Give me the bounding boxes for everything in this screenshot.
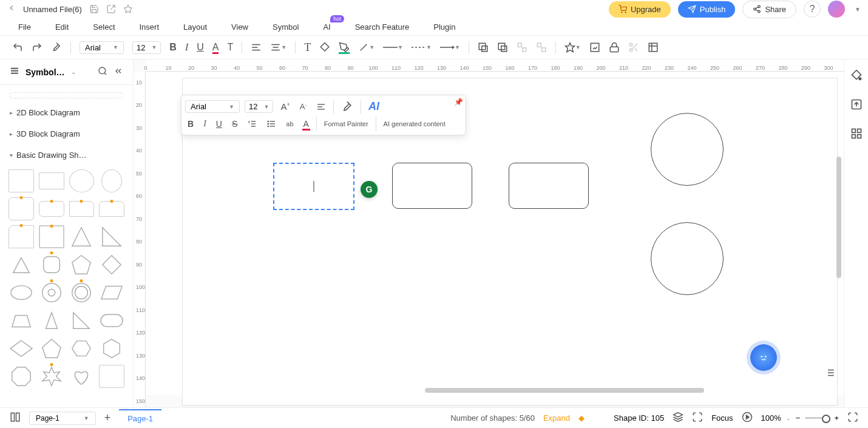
behind-text-button[interactable] [478,42,489,53]
menu-symbol[interactable]: Symbol [273,22,299,32]
pin-icon[interactable]: 📌 [454,98,463,106]
float-align-button[interactable] [314,101,328,113]
decrease-font-button[interactable]: A- [297,101,309,112]
shape-pentagon-round[interactable] [39,253,64,276]
shape-hexagon[interactable] [69,337,95,360]
grammarly-badge[interactable]: G [361,181,378,198]
float-bold-button[interactable]: B [185,118,196,130]
shape-donut[interactable] [39,281,64,304]
menu-file[interactable]: File [18,22,31,32]
search-icon[interactable] [98,66,107,78]
share-button[interactable]: Share [742,1,796,18]
shape-single-round[interactable] [69,201,95,217]
menu-search[interactable]: Search Feature [355,22,410,32]
canvas-shape-circle1[interactable] [651,113,724,186]
pages-panel-icon[interactable] [10,412,21,424]
export-icon[interactable] [106,4,116,14]
table-button[interactable] [648,42,659,53]
float-font-color-button[interactable]: A [301,118,311,130]
shape-right-triangle2[interactable] [69,309,95,332]
menu-layout[interactable]: Layout [183,22,207,32]
zoom-out-button[interactable]: − [796,413,801,423]
undo-button[interactable] [12,42,23,53]
zoom-in-button[interactable]: + [834,413,839,423]
redo-button[interactable] [32,42,42,53]
shape-octagon[interactable] [8,365,34,388]
highlight-button[interactable]: T [227,42,233,53]
shape-ellipse[interactable] [8,281,34,304]
canvas-shape-rect2[interactable] [509,163,589,209]
font-size-select[interactable]: 12 ▼ [132,41,161,54]
italic-button[interactable]: I [185,42,188,53]
library-menu-caret[interactable]: ⌄ [71,69,76,75]
shape-rectangle[interactable] [39,172,64,189]
shape-rounded-rect[interactable] [39,201,64,217]
shape-star-burst[interactable] [39,365,64,388]
shape-triangle-narrow[interactable] [39,309,64,332]
vertical-align-button[interactable]: ▼ [270,42,287,53]
sidebar-section-2d-block[interactable]: ▸ 2D Block Diagram [0,102,133,123]
menu-plugin[interactable]: Plugin [433,22,455,32]
fill-panel-icon[interactable] [850,69,863,84]
expand-link[interactable]: Expand [543,413,570,423]
menu-edit[interactable]: Edit [55,22,69,32]
shape-diamond-wide[interactable] [8,337,34,360]
zoom-slider[interactable] [805,417,829,419]
shape-document[interactable] [99,365,124,388]
shape-pill[interactable] [99,309,124,332]
shape-double-circle[interactable] [69,281,95,304]
add-page-button[interactable]: + [104,412,111,424]
line-tool-button[interactable]: ▼ [358,42,375,53]
canvas[interactable]: G 📌 Arial ▼ 12 ▼ [146,72,844,395]
shape-top-round[interactable] [99,201,124,217]
float-strikethrough-button[interactable]: S [229,118,240,130]
grid-panel-icon[interactable] [850,127,863,142]
arrow-style-button[interactable]: ▼ [440,44,460,50]
shape-triangle[interactable] [69,225,95,248]
shape-pentagon2[interactable] [39,337,64,360]
menu-ai[interactable]: AI hot [323,22,330,32]
underline-button[interactable]: U [197,42,204,53]
float-format-painter[interactable] [339,100,356,114]
float-ai-button[interactable]: AI [366,99,382,114]
shape-ellipse-v[interactable] [101,169,122,192]
font-color-button[interactable]: A [212,42,219,53]
format-painter-button[interactable] [51,42,62,53]
float-ordered-list-button[interactable] [245,118,259,130]
focus-mode-icon[interactable] [692,412,703,424]
align-button[interactable] [251,42,262,53]
fill-button[interactable] [319,42,330,53]
canvas-scrollbar-vertical[interactable] [836,157,841,278]
sidebar-section-3d-block[interactable]: ▸ 3D Block Diagram [0,123,133,144]
avatar-menu-caret[interactable]: ▼ [855,6,861,13]
float-size-select[interactable]: 12 ▼ [245,100,273,113]
fullscreen-icon[interactable] [847,412,858,424]
menu-select[interactable]: Select [93,22,115,32]
dash-style-button[interactable]: ▼ [412,44,432,50]
sidebar-section-basic-shapes[interactable]: ▾ Basic Drawing Sh… [0,144,133,166]
shape-parallelogram[interactable] [99,281,124,304]
layers-icon[interactable] [673,412,683,424]
canvas-scrollbar-horizontal[interactable] [425,388,704,393]
lock-button[interactable] [609,42,620,53]
menu-insert[interactable]: Insert [140,22,160,32]
caret-down-icon[interactable]: ⌄ [786,415,791,421]
increase-font-button[interactable]: A+ [278,100,292,113]
shape-corner-round[interactable] [8,225,34,248]
front-text-button[interactable] [497,42,508,53]
chat-assistant-button[interactable] [750,344,777,371]
float-bullet-list-button[interactable] [264,118,279,130]
shape-frame[interactable] [39,225,64,248]
shape-heart[interactable] [69,365,95,388]
collapse-sidebar-icon[interactable] [114,66,123,78]
edit-shape-button[interactable] [589,42,600,53]
font-select[interactable]: Arial ▼ [80,41,124,54]
shape-selected-rect[interactable] [273,163,354,210]
line-style-button[interactable]: ▼ [383,44,403,50]
shape-rounded-square[interactable] [8,197,34,220]
back-arrow-icon[interactable] [7,4,16,15]
shape-right-triangle[interactable] [99,225,124,248]
shape-hexagon2[interactable] [99,337,124,360]
shape-diamond[interactable] [99,253,124,276]
user-avatar[interactable] [828,1,845,18]
